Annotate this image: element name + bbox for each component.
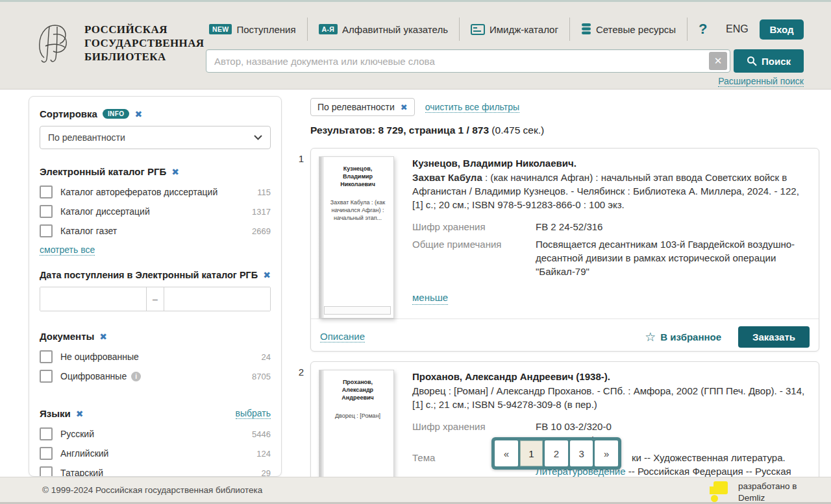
nav-network-resources[interactable]: Сетевые ресурсы [581,23,676,36]
chip-label: По релевантности [317,102,395,112]
search-button[interactable]: Поиск [734,49,804,73]
filter-option-label: Английский [60,448,256,459]
filter-option[interactable]: Татарский 29 [40,463,271,477]
result-author: Кузнецов, Владимир Николаевич. [412,156,808,170]
show-less-link[interactable]: меньше [412,291,448,305]
remove-chip-icon[interactable]: ✖ [401,103,408,112]
choose-languages-link[interactable]: выбрать [236,408,271,419]
filter-option-label: Русский [60,429,252,439]
clear-search-icon[interactable]: ✕ [709,52,727,70]
filter-option-count: 124 [256,449,271,459]
pagination-next-button[interactable]: » [595,440,618,466]
result-card: Кузнецов, Владимир Николаевич Захват Каб… [310,148,819,352]
filter-option[interactable]: Не оцифрованные 24 [40,347,271,366]
cover-author: Проханов, Александр Андреевич [329,378,387,402]
rgb-monogram-logo[interactable] [31,18,77,67]
filter-option-count: 115 [257,187,271,197]
filter-option[interactable]: Каталог диссертаций 1317 [40,202,271,221]
field-label: Общие примечания [412,237,536,278]
database-icon [581,23,591,36]
section-title: Документы [40,331,94,342]
clear-all-filters-link[interactable]: очистить все фильтры [425,102,519,113]
checkbox[interactable] [40,370,53,383]
active-filter-chip[interactable]: По релевантности ✖ [310,98,415,116]
nav-new-arrivals[interactable]: NEW Поступления [209,24,296,35]
results-time: (0.475 сек.) [491,125,544,136]
checkbox[interactable] [40,466,53,477]
developer-credit[interactable]: разработано в Demliz [710,479,797,504]
filter-option-label: Каталог авторефератов диссертаций [60,187,257,197]
developer-text: разработано в Demliz [738,479,797,504]
checkbox[interactable] [40,205,53,218]
date-from-input[interactable] [40,287,146,311]
nav-label: Сетевые ресурсы [596,24,676,35]
info-icon[interactable]: i [131,372,141,381]
book-cover[interactable]: Кузнецов, Владимир Николаевич Захват Каб… [319,156,394,318]
filter-option[interactable]: Каталог газет 2669 [40,221,271,241]
filter-option[interactable]: Английский 124 [40,444,271,463]
checkbox[interactable] [40,350,53,363]
remove-filter-icon[interactable]: ✖ [263,270,271,280]
date-range-separator: – [146,287,164,311]
demliz-logo-icon [710,481,729,502]
nav-alphabet-index[interactable]: А-Я Алфавитный указатель [319,24,448,35]
section-title: Электронный каталог РГБ [40,166,166,177]
filter-option-count: 8705 [252,372,271,381]
divider [687,18,688,41]
topic-rest: -- Российская Федерация -- Русская [626,466,791,477]
sort-select[interactable]: По релевантности [40,126,271,149]
add-to-favorites-button[interactable]: ☆ В избранное [645,331,721,343]
remove-sorting-icon[interactable]: ✖ [134,110,142,119]
divider [307,18,308,41]
filter-option[interactable]: Русский 5446 [40,424,271,444]
search-input[interactable] [206,49,730,73]
filter-option-count: 24 [262,352,271,362]
pagination-page-2[interactable]: 2 [545,440,568,466]
login-button[interactable]: Вход [760,19,804,40]
pagination-page-1[interactable]: 1 [520,440,543,466]
remove-filter-icon[interactable]: ✖ [76,409,84,418]
result-author: Проханов, Александр Андреевич (1938-). [412,370,808,383]
divider [459,18,460,41]
checkbox[interactable] [40,427,53,440]
order-button[interactable]: Заказать [738,326,810,348]
filter-section-languages: Языки ✖ выбрать Русский 5446 Английский … [40,408,271,477]
checkbox[interactable] [40,447,53,460]
favorites-label: В избранное [660,331,721,342]
filter-option-text: Оцифрованные [60,371,127,381]
rgb-library-search-page: { "colors": { "teal_button": "#166e79", … [0,0,831,504]
cover-author: Кузнецов, Владимир Николаевич [329,165,387,188]
info-badge[interactable]: INFO [103,109,130,119]
library-wordmark: РОССИЙСКАЯ ГОСУДАРСТВЕННАЯ БИБЛИОТЕКА [84,23,205,64]
help-icon[interactable]: ? [699,21,707,38]
pagination-prev-button[interactable]: « [495,440,518,466]
copyright-text: © 1999-2024 Российская государственная б… [42,485,262,495]
date-to-input[interactable] [164,287,270,311]
date-range: – [40,287,271,311]
checkbox[interactable] [40,224,53,237]
filter-option-label: Каталог газет [60,226,252,236]
remove-filter-icon[interactable]: ✖ [99,332,107,341]
remove-filter-icon[interactable]: ✖ [171,167,179,176]
header: РОССИЙСКАЯ ГОСУДАРСТВЕННАЯ БИБЛИОТЕКА NE… [0,2,831,90]
alphabet-badge: А-Я [319,24,338,34]
description-link[interactable]: Описание [320,331,365,342]
filter-option-count: 1317 [252,207,271,217]
result-fields: Шифр хранения FB 2 24-52/316 Общие приме… [412,220,808,278]
filter-section-documents: Документы ✖ Не оцифрованные 24 Оцифрован… [40,331,271,386]
chevron-down-icon [254,135,262,140]
nav-label: Поступления [236,24,295,35]
filter-option-count: 2669 [252,226,271,236]
pagination: « 1 2 3 » [491,437,621,470]
filter-option[interactable]: Оцифрованные i 8705 [40,366,271,386]
nav-image-catalog[interactable]: Имидж-каталог [471,24,558,35]
filter-option[interactable]: Каталог авторефератов диссертаций 115 [40,182,271,202]
checkbox[interactable] [40,186,53,198]
advanced-search-link[interactable]: Расширенный поиск [718,76,804,87]
pagination-page-3[interactable]: 3 [570,440,593,466]
result-description: Дворец : [Роман] / Александр Проханов. -… [412,384,808,411]
language-switch[interactable]: ENG [726,23,749,35]
result-index: 1 [290,153,304,164]
result-description: Захват Кабула : (как начинался Афган) : … [412,171,808,211]
see-all-link[interactable]: смотреть все [40,245,95,256]
